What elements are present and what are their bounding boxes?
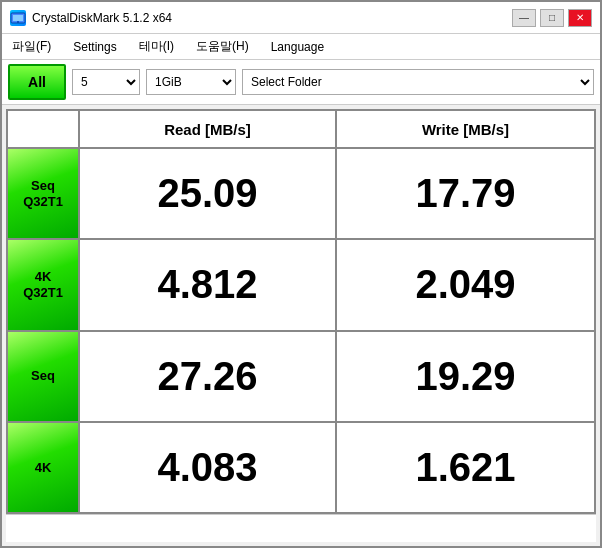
row-4k-q32t1: 4KQ32T1 4.812 2.049 (8, 240, 594, 331)
header-empty-cell (8, 111, 80, 147)
close-button[interactable]: ✕ (568, 9, 592, 27)
window-title: CrystalDiskMark 5.1.2 x64 (32, 11, 512, 25)
benchmark-grid: Read [MB/s] Write [MB/s] SeqQ32T1 25.09 … (6, 109, 596, 514)
app-icon (10, 10, 26, 26)
4k-q32t1-write: 2.049 (337, 240, 594, 329)
toolbar: All 1359 512MiB1GiB2GiB4GiB Select Folde… (2, 60, 600, 105)
status-bar (6, 514, 596, 542)
4k-read: 4.083 (80, 423, 337, 512)
4k-button[interactable]: 4K (8, 423, 80, 512)
size-select[interactable]: 512MiB1GiB2GiB4GiB (146, 69, 236, 95)
read-header: Read [MB/s] (80, 111, 337, 147)
row-4k: 4K 4.083 1.621 (8, 423, 594, 512)
4k-write: 1.621 (337, 423, 594, 512)
seq-q32t1-button[interactable]: SeqQ32T1 (8, 149, 80, 238)
content-area: Read [MB/s] Write [MB/s] SeqQ32T1 25.09 … (2, 105, 600, 546)
write-header: Write [MB/s] (337, 111, 594, 147)
menu-bar: 파일(F)Settings테마(I)도움말(H)Language (2, 34, 600, 60)
grid-header: Read [MB/s] Write [MB/s] (8, 111, 594, 149)
menu-language[interactable]: Language (267, 38, 328, 56)
seq-read: 27.26 (80, 332, 337, 421)
folder-select[interactable]: Select Folder (242, 69, 594, 95)
svg-point-2 (17, 21, 19, 23)
passes-select[interactable]: 1359 (72, 69, 140, 95)
maximize-button[interactable]: □ (540, 9, 564, 27)
menu-file[interactable]: 파일(F) (8, 36, 55, 57)
seq-write: 19.29 (337, 332, 594, 421)
svg-rect-1 (13, 15, 23, 21)
row-seq-q32t1: SeqQ32T1 25.09 17.79 (8, 149, 594, 240)
menu-settings[interactable]: Settings (69, 38, 120, 56)
seq-q32t1-write: 17.79 (337, 149, 594, 238)
main-window: CrystalDiskMark 5.1.2 x64 — □ ✕ 파일(F)Set… (0, 0, 602, 548)
4k-q32t1-read: 4.812 (80, 240, 337, 329)
minimize-button[interactable]: — (512, 9, 536, 27)
seq-q32t1-read: 25.09 (80, 149, 337, 238)
4k-q32t1-button[interactable]: 4KQ32T1 (8, 240, 80, 329)
menu-help[interactable]: 도움말(H) (192, 36, 253, 57)
menu-theme[interactable]: 테마(I) (135, 36, 178, 57)
row-seq: Seq 27.26 19.29 (8, 332, 594, 423)
title-bar: CrystalDiskMark 5.1.2 x64 — □ ✕ (2, 2, 600, 34)
window-controls: — □ ✕ (512, 9, 592, 27)
all-button[interactable]: All (8, 64, 66, 100)
seq-button[interactable]: Seq (8, 332, 80, 421)
